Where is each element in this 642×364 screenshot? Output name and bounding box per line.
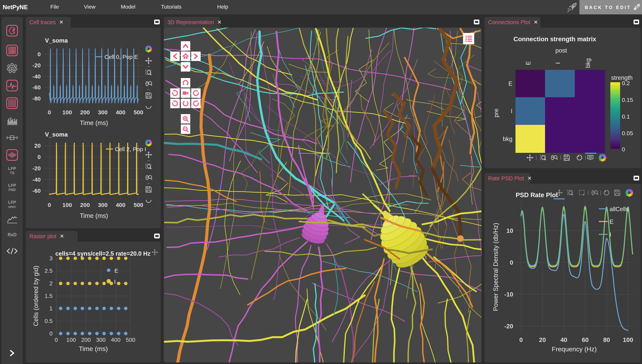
svg-text:-40: -40 <box>33 73 41 80</box>
svg-text:Cell 2, Pop I: Cell 2, Pop I <box>115 146 146 152</box>
svg-text:bkg: bkg <box>503 136 512 142</box>
svg-text:20: 20 <box>34 142 41 149</box>
svg-text:-20: -20 <box>33 165 41 172</box>
svg-text:TS: TS <box>10 171 14 175</box>
svg-text:400: 400 <box>111 336 121 343</box>
svg-text:E: E <box>508 80 512 87</box>
svg-text:100: 100 <box>62 109 72 116</box>
svg-text:0.1: 0.1 <box>622 113 630 120</box>
svg-text:80: 80 <box>603 336 610 343</box>
svg-text:200: 200 <box>80 202 90 208</box>
svg-text:1.5: 1.5 <box>45 293 53 299</box>
svg-text:400: 400 <box>116 109 125 116</box>
svg-text:E: E <box>114 268 118 274</box>
svg-text:I: I <box>609 231 611 238</box>
svg-text:20: 20 <box>539 336 546 343</box>
svg-text:300: 300 <box>98 109 108 116</box>
svg-text:100: 100 <box>66 336 76 343</box>
svg-text:500: 500 <box>126 336 135 343</box>
svg-text:pre: pre <box>493 108 500 117</box>
svg-text:10: 10 <box>506 227 513 234</box>
svg-text:300: 300 <box>96 336 106 343</box>
svg-text:I: I <box>114 278 116 285</box>
svg-text:Power Spectral Density (db/Hz): Power Spectral Density (db/Hz) <box>492 223 499 311</box>
svg-text:0.2: 0.2 <box>622 80 630 86</box>
svg-text:Cells (ordered by gid): Cells (ordered by gid) <box>32 266 39 326</box>
svg-text:LFP: LFP <box>8 166 16 171</box>
svg-text:0.15: 0.15 <box>622 97 633 103</box>
svg-text:LFP: LFP <box>8 183 16 188</box>
svg-text:I: I <box>511 108 512 114</box>
svg-text:post: post <box>555 47 567 54</box>
svg-text:E: E <box>609 218 613 225</box>
svg-text:RxD: RxD <box>8 232 17 237</box>
svg-text:40: 40 <box>560 336 567 343</box>
svg-text:200: 200 <box>80 109 90 116</box>
svg-text:200: 200 <box>81 336 91 343</box>
svg-text:-60: -60 <box>33 84 41 90</box>
svg-text:SPEC: SPEC <box>8 205 16 208</box>
svg-text:0: 0 <box>519 336 523 343</box>
svg-text:-40: -40 <box>33 176 41 183</box>
svg-text:-20: -20 <box>33 62 41 68</box>
svg-text:Cell 0, Pop E: Cell 0, Pop E <box>104 54 138 60</box>
svg-text:allCells: allCells <box>609 206 629 212</box>
svg-text:Time (ms): Time (ms) <box>80 212 108 219</box>
svg-text:0: 0 <box>55 336 58 343</box>
svg-text:0: 0 <box>622 146 625 152</box>
svg-text:E: E <box>525 61 532 65</box>
svg-text:PSD: PSD <box>9 188 16 192</box>
svg-text:100: 100 <box>62 202 72 208</box>
svg-text:0.5: 0.5 <box>45 318 53 324</box>
svg-text:0: 0 <box>48 202 51 208</box>
svg-text:3: 3 <box>49 255 53 262</box>
svg-text:0: 0 <box>510 259 513 266</box>
svg-text:-60: -60 <box>33 188 41 194</box>
svg-text:2.5: 2.5 <box>45 268 53 274</box>
svg-text:cells=4 syns/cell=2.5 rate=2: cells=4 syns/cell=2.5 rate=20.0 Hz <box>55 250 151 257</box>
svg-text:0: 0 <box>38 154 41 160</box>
svg-text:LFP: LFP <box>8 200 16 205</box>
svg-text:V_soma: V_soma <box>45 37 68 44</box>
svg-text:0: 0 <box>49 330 53 336</box>
svg-text:1: 1 <box>49 305 53 312</box>
svg-text:PSD Rate Plot: PSD Rate Plot <box>516 192 558 198</box>
svg-text:300: 300 <box>98 202 108 208</box>
svg-text:2: 2 <box>49 280 53 286</box>
svg-text:0: 0 <box>38 51 41 57</box>
svg-text:bkg: bkg <box>585 58 591 68</box>
svg-text:Time (ms): Time (ms) <box>79 345 108 352</box>
svg-text:I: I <box>555 62 561 64</box>
svg-text:Time (ms): Time (ms) <box>80 119 108 126</box>
svg-text:Frequency (Hz): Frequency (Hz) <box>552 346 597 353</box>
svg-text:0: 0 <box>48 109 51 116</box>
svg-text:400: 400 <box>116 202 125 208</box>
svg-text:500: 500 <box>134 109 143 116</box>
svg-text:0.05: 0.05 <box>622 130 633 136</box>
svg-text:Connection strength matrix: Connection strength matrix <box>514 36 596 42</box>
svg-text:-10: -10 <box>504 291 513 298</box>
svg-text:-20: -20 <box>504 323 513 330</box>
svg-text:500: 500 <box>134 202 143 208</box>
svg-text:100: 100 <box>623 336 633 343</box>
svg-text:V_soma: V_soma <box>45 131 68 138</box>
svg-text:-80: -80 <box>33 95 41 102</box>
svg-text:60: 60 <box>582 336 589 343</box>
